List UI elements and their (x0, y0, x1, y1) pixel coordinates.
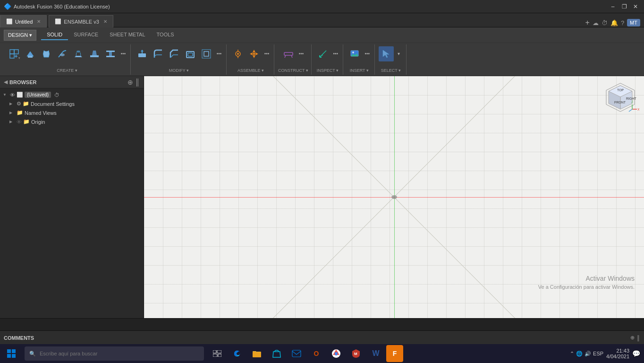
tree-named-views-item[interactable]: ▶ 📁 Named Views (0, 108, 144, 117)
extrude-button[interactable] (23, 46, 38, 61)
help-icon[interactable]: ? (621, 19, 624, 26)
tab-icon: ⬜ (6, 18, 13, 25)
web-button[interactable] (103, 46, 118, 61)
viewport[interactable]: FRONT RIGHT TOP X Z Activar Windows Ve a… (144, 76, 644, 318)
tab-close-button2[interactable]: ✕ (103, 19, 107, 24)
tray-up-icon[interactable]: ⌃ (570, 351, 574, 357)
svg-rect-60 (217, 350, 221, 353)
svg-text:RIGHT: RIGHT (626, 97, 637, 100)
activate-windows-watermark: Activar Windows Ve a Configuración para … (538, 275, 635, 290)
design-label: DESIGN (8, 32, 28, 38)
tab-ensamble[interactable]: ⬜ ENSAMBLE v3 ✕ (49, 15, 113, 27)
browser-collapse-icon[interactable]: ║ (135, 78, 140, 86)
svg-line-34 (291, 55, 292, 58)
svg-rect-11 (90, 55, 99, 57)
notification-center-icon[interactable]: 💬 (632, 350, 640, 357)
taskbar-search[interactable]: 🔍 (25, 346, 204, 361)
doc-settings-arrow[interactable]: ▶ (9, 102, 15, 106)
construct-buttons: ••• (281, 46, 305, 61)
shell-button[interactable] (183, 46, 198, 61)
visibility-icon[interactable]: 👁 (10, 92, 15, 98)
move-button[interactable] (246, 46, 262, 61)
create-buttons: ▾ (7, 46, 127, 61)
tab-solid[interactable]: SOLID (41, 30, 68, 40)
scale-button[interactable] (199, 46, 214, 61)
new-component-button[interactable]: ▾ (7, 46, 22, 61)
toolbar-main: ▾ (0, 43, 644, 76)
named-views-arrow[interactable]: ▶ (9, 111, 15, 115)
view-cube[interactable]: FRONT RIGHT TOP X Z (602, 81, 639, 119)
toolbar-top: DESIGN ▾ SOLID SURFACE SHEET METAL TOOLS (0, 27, 644, 43)
tree-doc-settings-item[interactable]: ▶ ⚙ 📁 Document Settings (0, 99, 144, 108)
select-more-button[interactable]: ▾ (395, 46, 403, 61)
select-button[interactable] (379, 46, 394, 61)
history-mode-icon[interactable]: ⏱ (54, 92, 59, 98)
taskbar-app-f[interactable]: F (386, 345, 403, 362)
inspect-more-button[interactable]: ••• (331, 46, 340, 61)
start-button[interactable] (0, 344, 23, 363)
assemble-more-button[interactable]: ••• (263, 46, 271, 61)
taskbar-chrome[interactable] (327, 344, 346, 363)
taskbar-edge[interactable] (228, 344, 246, 363)
tab-untitled[interactable]: ⬜ Untitled ✕ (0, 15, 47, 27)
tab-surface[interactable]: SURFACE (68, 30, 104, 40)
svg-rect-32 (284, 52, 293, 55)
taskbar-task-view[interactable] (208, 344, 227, 363)
restore-button[interactable]: ❐ (619, 2, 629, 11)
app-title: 🔷 Autodesk Fusion 360 (Education License… (4, 3, 110, 10)
comments-add-icon[interactable]: ⊕ (630, 335, 635, 341)
modify-more-button[interactable]: ••• (215, 46, 223, 61)
comments-collapse-icon[interactable]: ║ (636, 335, 640, 341)
taskbar-mail[interactable] (287, 344, 306, 363)
notification-icon[interactable]: 🔔 (610, 19, 618, 26)
chamfer-button[interactable] (167, 46, 182, 61)
tab-close-button[interactable]: ✕ (37, 19, 41, 24)
tree-origin-item[interactable]: ▶ 👁 📁 Origin (0, 117, 144, 126)
app-title-text: Autodesk Fusion 360 (Education License) (14, 4, 110, 9)
browser-toggle-icon[interactable]: ◀ (4, 79, 8, 85)
taskbar-search-input[interactable] (40, 351, 199, 356)
close-button[interactable]: ✕ (631, 2, 640, 11)
fillet-button[interactable] (151, 46, 166, 61)
user-avatar[interactable]: MT (627, 19, 640, 26)
tab-tools[interactable]: TOOLS (151, 30, 180, 40)
origin-folder-icon: 📁 (23, 119, 30, 125)
tree-root-arrow[interactable]: ▼ (3, 93, 8, 97)
svg-line-10 (80, 52, 81, 56)
browser-add-icon[interactable]: ⊕ (127, 78, 133, 86)
modify-buttons: ••• (135, 46, 223, 61)
tree-root-item[interactable]: ▼ 👁 ⬜ (Unsaved) ⏱ (0, 90, 144, 99)
doc-settings-folder-icon: 📁 (23, 101, 29, 107)
minimize-button[interactable]: – (608, 2, 618, 11)
browser-panel: ◀ BROWSER ⊕ ║ ▼ 👁 ⬜ (Unsaved) ⏱ ▶ ⚙ 📁 (0, 76, 144, 318)
browser-header: ◀ BROWSER ⊕ ║ (0, 76, 144, 88)
design-dropdown-button[interactable]: DESIGN ▾ (4, 30, 36, 41)
loft-button[interactable] (71, 46, 86, 61)
taskbar-word[interactable]: W (366, 344, 385, 363)
origin-arrow[interactable]: ▶ (9, 120, 15, 124)
taskbar-explorer[interactable] (247, 344, 266, 363)
offset-plane-button[interactable] (281, 46, 296, 61)
revolve-button[interactable] (39, 46, 54, 61)
construct-more-button[interactable]: ••• (297, 46, 305, 61)
svg-rect-21 (204, 52, 209, 56)
rib-button[interactable] (87, 46, 102, 61)
origin-marker (391, 195, 397, 199)
taskbar-apps: O M W F (206, 344, 405, 363)
joint-button[interactable] (230, 46, 246, 61)
insert-more-button[interactable]: ••• (363, 46, 372, 61)
measure-button[interactable] (315, 46, 330, 61)
title-bar: 🔷 Autodesk Fusion 360 (Education License… (0, 0, 644, 13)
create-more-button[interactable]: ••• (119, 46, 127, 61)
clock[interactable]: 21:43 4/04/2021 (606, 348, 629, 359)
tab-sheet-metal[interactable]: SHEET METAL (104, 30, 151, 40)
taskbar-mcafee[interactable]: M (347, 344, 365, 363)
sweep-button[interactable] (55, 46, 70, 61)
insert-image-button[interactable] (347, 46, 362, 61)
press-pull-button[interactable] (135, 46, 150, 61)
origin-visibility-icon[interactable]: 👁 (17, 119, 22, 125)
add-tab-button[interactable]: + (585, 18, 590, 27)
assemble-group-label: ASSEMBLE ▾ (237, 68, 264, 73)
taskbar-store[interactable] (267, 344, 286, 363)
taskbar-office[interactable]: O (307, 344, 326, 363)
